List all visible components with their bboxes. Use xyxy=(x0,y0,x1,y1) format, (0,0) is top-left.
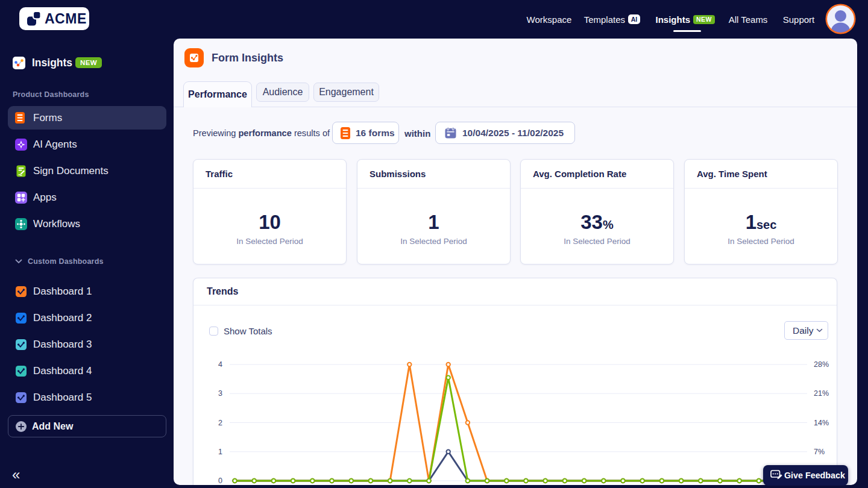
svg-text:14%: 14% xyxy=(814,419,829,427)
svg-text:21%: 21% xyxy=(814,389,829,398)
svg-text:0: 0 xyxy=(218,477,222,485)
svg-text:7%: 7% xyxy=(814,448,825,456)
svg-text:4: 4 xyxy=(218,360,222,369)
svg-text:3: 3 xyxy=(218,389,222,398)
svg-text:1: 1 xyxy=(218,448,222,456)
svg-text:28%: 28% xyxy=(814,360,829,369)
svg-text:2: 2 xyxy=(218,419,222,427)
